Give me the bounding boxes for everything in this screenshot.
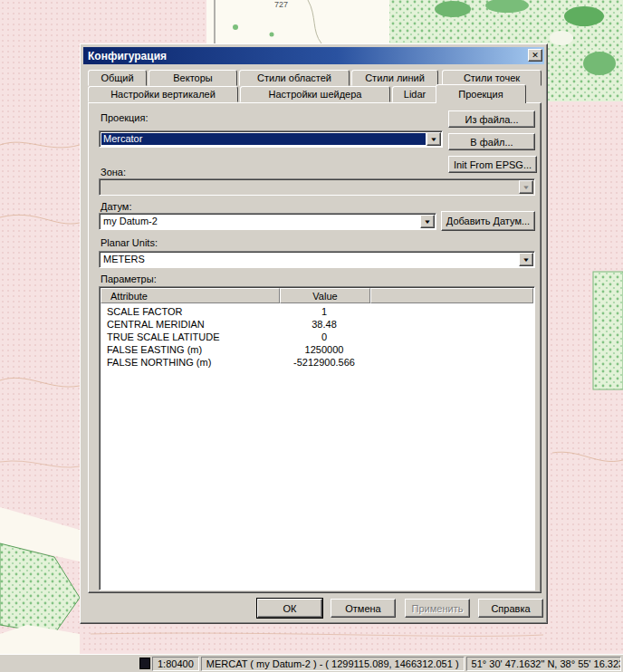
status-spacer — [2, 657, 138, 671]
tab-area-styles[interactable]: Стили областей — [239, 70, 350, 86]
status-scale: 1:80400 — [152, 657, 199, 671]
zone-label: Зона: — [101, 167, 126, 178]
ok-button[interactable]: ОК — [257, 599, 322, 618]
apply-button: Применить — [405, 599, 470, 618]
parameters-label: Параметры: — [101, 274, 157, 284]
param-value: 1 — [279, 306, 369, 317]
param-value: -5212900.566 — [279, 357, 369, 368]
zone-combobox: ▼ — [99, 178, 535, 196]
tab-projection-active[interactable]: Проекция — [436, 84, 526, 103]
table-row[interactable]: CENTRAL MERIDIAN 38.48 — [100, 318, 534, 331]
planar-units-value: METERS — [100, 252, 518, 267]
datum-dropdown-button[interactable]: ▼ — [420, 215, 435, 228]
projection-value: Mercator — [101, 133, 426, 145]
tab-shader-settings[interactable]: Настройки шейдера — [240, 86, 390, 102]
parameters-table-body: SCALE FACTOR 1 CENTRAL MERIDIAN 38.48 TR… — [100, 305, 534, 369]
init-from-epsg-button[interactable]: Init From EPSG... — [448, 156, 537, 173]
table-row[interactable]: FALSE NORTHING (m) -5212900.566 — [100, 356, 534, 369]
chevron-down-icon: ▼ — [430, 137, 438, 142]
status-coordinates: 51° 30' 47.1632" N, 38° 55' 16.3232" E — [466, 657, 621, 671]
tab-vertical-settings[interactable]: Настройки вертикалей — [88, 86, 238, 102]
add-datum-button[interactable]: Добавить Датум... — [441, 211, 535, 231]
tab-vectors[interactable]: Векторы — [149, 70, 237, 86]
map-elevation-label: 727 — [274, 0, 288, 9]
units-dropdown-button[interactable]: ▼ — [519, 253, 533, 266]
parameters-table[interactable]: Attribute Value SCALE FACTOR 1 CENTRAL M… — [99, 286, 535, 590]
param-value: 1250000 — [279, 344, 369, 355]
chevron-down-icon: ▼ — [424, 219, 432, 225]
chevron-down-icon: ▼ — [522, 185, 531, 190]
param-attribute: SCALE FACTOR — [100, 306, 279, 317]
datum-combobox[interactable]: my Datum-2 ▼ — [99, 213, 436, 230]
datum-label: Датум: — [101, 201, 131, 212]
status-bar: 1:80400 MERCAT ( my Datum-2 ) - ( 129911… — [0, 654, 623, 672]
table-row[interactable]: SCALE FACTOR 1 — [100, 305, 534, 318]
tab-line-styles[interactable]: Стили линий — [351, 70, 438, 86]
table-row[interactable]: FALSE EASTING (m) 1250000 — [100, 343, 534, 356]
planar-units-combobox[interactable]: METERS ▼ — [99, 251, 535, 268]
projection-combobox[interactable]: Mercator ▼ — [99, 130, 443, 148]
planar-units-label: Planar Units: — [101, 237, 158, 248]
chevron-down-icon: ▼ — [522, 257, 531, 263]
from-file-button[interactable]: Из файла... — [448, 110, 535, 128]
column-header-filler — [370, 288, 533, 303]
param-attribute: FALSE NORTHING (m) — [100, 357, 279, 368]
dialog-titlebar[interactable]: Конфигурация — [83, 47, 544, 64]
param-value: 0 — [279, 331, 369, 342]
column-header-value[interactable]: Value — [280, 288, 370, 303]
param-attribute: FALSE EASTING (m) — [100, 344, 279, 355]
param-attribute: TRUE SCALE LATITUDE — [100, 331, 279, 342]
column-header-attribute[interactable]: Attribute — [101, 288, 280, 303]
projection-label: Проекция: — [101, 112, 149, 123]
status-grip-icon — [139, 658, 150, 669]
zone-dropdown-button: ▼ — [519, 180, 533, 194]
status-projection: MERCAT ( my Datum-2 ) - ( 1299115.089, 1… — [201, 657, 465, 671]
zone-value — [100, 179, 518, 195]
dialog-title: Конфигурация — [88, 50, 167, 62]
projection-dropdown-button[interactable]: ▼ — [427, 132, 441, 146]
to-file-button[interactable]: В файл... — [448, 133, 535, 150]
param-value: 38.48 — [279, 319, 369, 330]
help-button[interactable]: Справка — [478, 599, 543, 618]
tab-lidar[interactable]: Lidar — [392, 86, 437, 102]
config-dialog: Конфигурация ✕ Общий Векторы Стили облас… — [80, 43, 548, 624]
parameters-table-header: Attribute Value — [101, 288, 533, 303]
datum-value: my Datum-2 — [100, 214, 419, 229]
tab-general[interactable]: Общий — [88, 70, 147, 86]
table-row[interactable]: TRUE SCALE LATITUDE 0 — [100, 331, 534, 343]
close-icon: ✕ — [532, 51, 539, 60]
close-button[interactable]: ✕ — [528, 49, 542, 62]
param-attribute: CENTRAL MERIDIAN — [100, 319, 279, 330]
cancel-button[interactable]: Отмена — [331, 599, 396, 618]
